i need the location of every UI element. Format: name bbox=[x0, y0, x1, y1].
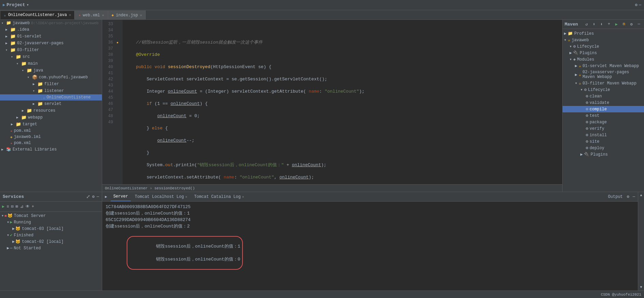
services-settings-icon[interactable]: ⚙ bbox=[92, 194, 95, 199]
svc-running-group[interactable]: ▾ ▶ Running bbox=[0, 219, 102, 225]
svc-toolbar-all[interactable]: ≡ bbox=[6, 204, 9, 209]
tree-src[interactable]: ▾ 📁 src bbox=[0, 53, 102, 60]
validate-gear-icon: ⚙ bbox=[586, 100, 588, 105]
tab-tomcat-localhost[interactable]: Tomcat Localhost Log ✕ bbox=[132, 192, 190, 201]
status-bar: CSDN @yuhuofei2021 bbox=[0, 291, 644, 298]
tree-resources-label: resources bbox=[33, 108, 56, 113]
tab-localhost-close[interactable]: ✕ bbox=[185, 195, 187, 199]
services-expand-icon[interactable]: ⤢ bbox=[86, 194, 90, 200]
tree-java[interactable]: ▾ 📁 java bbox=[0, 67, 102, 74]
tab-tomcat-catalina[interactable]: Tomcat Catalina Log ✕ bbox=[191, 192, 247, 201]
maven-01-servlet[interactable]: ▶ ☕ 01-servlet Maven Webapp bbox=[563, 63, 644, 69]
compile-gear-icon: ⚙ bbox=[586, 107, 588, 112]
maven-install[interactable]: ⚙ install bbox=[563, 132, 644, 138]
output-scrollbar[interactable]: ▲ ▼ bbox=[638, 192, 644, 291]
svc-toolbar-filter[interactable]: ⊿ bbox=[20, 204, 23, 209]
tree-resources[interactable]: ▶ 📁 resources bbox=[0, 107, 102, 114]
line-numbers: 33 34 35 36 37 38 39 40 41 42 43 44 45 4… bbox=[102, 20, 116, 184]
maven-plugins-03[interactable]: ▶ 🔌 Plugins bbox=[563, 151, 644, 158]
maven-compile[interactable]: ⚙ compile bbox=[563, 106, 644, 112]
maven-refresh-icon[interactable]: ↺ bbox=[583, 21, 590, 27]
maven-plugins[interactable]: ▶ 🔌 Plugins bbox=[563, 50, 644, 56]
folder-icon-webapp: 📁 bbox=[21, 115, 27, 120]
tree-filter[interactable]: ▶ 📁 filter bbox=[0, 81, 102, 88]
tab-web-xml[interactable]: ✦ web.xml ✕ bbox=[75, 11, 108, 19]
maven-m-icon[interactable]: m bbox=[621, 21, 627, 27]
maven-deploy[interactable]: ⚙ deploy bbox=[563, 145, 644, 151]
tab-catalina-close[interactable]: ✕ bbox=[242, 195, 244, 199]
maven-add-icon[interactable]: + bbox=[606, 21, 612, 27]
tab-close-2[interactable]: ✕ bbox=[140, 13, 142, 17]
var-onlinecount-40: onlineCount bbox=[157, 113, 187, 119]
svc-tomcat-03[interactable]: ▶ 🐱 tomcat-03 [local] bbox=[0, 225, 102, 232]
03-filter-icon: ☕ bbox=[579, 81, 581, 86]
tree-idea[interactable]: ▶ 📁 .idea bbox=[0, 26, 102, 33]
output-content[interactable]: 1C784AB00093B8B5A0D64FD27DF47125 创建ssess… bbox=[102, 202, 638, 291]
not-started-arrow: ▶ bbox=[7, 246, 9, 251]
maven-test[interactable]: ⚙ test bbox=[563, 112, 644, 119]
maven-site[interactable]: ⚙ site bbox=[563, 138, 644, 145]
maven-download2-icon[interactable]: ⬇ bbox=[598, 21, 604, 27]
tree-02-jsp[interactable]: ▶ 📁 02-javaserver-pages bbox=[0, 40, 102, 47]
tree-root[interactable]: ▾ 📁 javaweb D:\IDEA\person-project\javaw… bbox=[0, 20, 102, 26]
maven-verify[interactable]: ⚙ verify bbox=[563, 125, 644, 132]
svc-toolbar-eye[interactable]: 👁 bbox=[26, 204, 30, 209]
maven-03-filter[interactable]: ▾ ☕ 03-filter Maven Webapp bbox=[563, 80, 644, 87]
output-close-icon[interactable]: — bbox=[633, 194, 635, 199]
maven-clean[interactable]: ⚙ clean bbox=[563, 93, 644, 99]
svc-tomcat-02[interactable]: ▶ 🐱 tomcat-02 [local] bbox=[0, 238, 102, 245]
maven-minimize-icon[interactable]: — bbox=[636, 21, 642, 27]
scroll-down-icon[interactable]: ▼ bbox=[640, 285, 642, 289]
scroll-up-icon[interactable]: ▲ bbox=[640, 193, 642, 197]
tree-listener[interactable]: ▾ 📁 listener bbox=[0, 88, 102, 94]
tree-servlet[interactable]: ▶ 📁 servlet bbox=[0, 100, 102, 107]
output-play-icon[interactable]: ▶ bbox=[105, 194, 107, 199]
tab-close-0[interactable]: ✕ bbox=[69, 13, 71, 17]
tree-main[interactable]: ▾ 📁 main bbox=[0, 60, 102, 67]
tree-03-filter[interactable]: ▾ 📁 03-filter bbox=[0, 47, 102, 53]
maven-profiles[interactable]: ▶ 📁 Profiles bbox=[563, 30, 644, 37]
top-bar: ▶ Project ▾ ⚙ — bbox=[0, 0, 644, 10]
maven-download-icon[interactable]: ⬇ bbox=[591, 21, 597, 27]
maven-title: Maven bbox=[565, 22, 582, 27]
tree-01-servlet[interactable]: ▶ 📁 01-servlet bbox=[0, 33, 102, 40]
tree-webapp[interactable]: ▶ 📁 webapp bbox=[0, 114, 102, 121]
tab-close-1[interactable]: ✕ bbox=[102, 13, 104, 17]
code-area[interactable]: 33 34 35 36 37 38 39 40 41 42 43 44 45 4… bbox=[102, 20, 562, 184]
maven-deploy-label: deploy bbox=[590, 146, 604, 151]
svc-tomcat-server[interactable]: ▾ ■ 🐱 Tomcat Server bbox=[0, 213, 102, 219]
maven-run-icon[interactable]: ▶ bbox=[613, 21, 619, 27]
maven-package[interactable]: ⚙ package bbox=[563, 119, 644, 125]
tab-online-count-listener[interactable]: ☕ OnlineCountListener.java ✕ bbox=[0, 11, 75, 19]
maven-javaweb[interactable]: ▾ ☕ javaweb bbox=[563, 37, 644, 43]
code-lines[interactable]: //销毁session监听，一旦销毁session就会触发一次这个事件 @Ove… bbox=[123, 20, 562, 184]
tree-pom1[interactable]: ✦ pom.xml bbox=[0, 128, 102, 134]
tree-ext-libs[interactable]: ▶ 📚 External Libraries bbox=[0, 146, 102, 153]
svc-toolbar-collapse[interactable]: ⊟ bbox=[11, 204, 13, 209]
tree-pom2[interactable]: ✦ pom.xml bbox=[0, 140, 102, 146]
code-line-37: ServletContext servletContext = se.getSe… bbox=[125, 76, 560, 82]
tree-online-count-listener[interactable]: ☕ OnlineCountListene bbox=[0, 94, 102, 100]
services-close-icon[interactable]: — bbox=[97, 194, 99, 199]
maven-lifecycle-03[interactable]: ▾ ⚙ Lifecycle bbox=[563, 87, 644, 93]
tree-package[interactable]: ▾ 📦 com.yuhuofei.javaweb bbox=[0, 74, 102, 81]
svc-toolbar-grid[interactable]: ⊞ bbox=[16, 204, 18, 209]
maven-validate[interactable]: ⚙ validate bbox=[563, 99, 644, 106]
maven-02-jsp[interactable]: ▶ ☕ 02-javaserver-pages Maven Webapp bbox=[563, 69, 644, 80]
dropdown-arrow[interactable]: ▾ bbox=[27, 2, 29, 7]
folder-icon-03: 📁 bbox=[10, 47, 16, 53]
maven-modules[interactable]: ▾ ◈ Modules bbox=[563, 56, 644, 63]
tree-iml[interactable]: ◈ javaweb.iml bbox=[0, 134, 102, 140]
settings-icon[interactable]: ⚙ bbox=[635, 2, 638, 7]
tree-target[interactable]: ▶ 📁 target bbox=[0, 121, 102, 128]
svc-not-started[interactable]: ▶ — Not Started bbox=[0, 245, 102, 251]
svc-toolbar-play[interactable]: ▶ bbox=[2, 204, 4, 209]
minimize-icon[interactable]: — bbox=[639, 3, 641, 7]
maven-lifecycle-top[interactable]: ▾ ⚙ Lifecycle bbox=[563, 43, 644, 50]
svc-finished-group[interactable]: ▾ ✔ Finished bbox=[0, 232, 102, 238]
tab-server[interactable]: Server bbox=[111, 192, 131, 201]
tab-index-jsp[interactable]: ◆ index.jsp ✕ bbox=[108, 11, 146, 19]
output-settings-icon[interactable]: ⚙ bbox=[627, 194, 629, 199]
maven-settings-icon[interactable]: ⚙ bbox=[628, 21, 634, 27]
svc-toolbar-add[interactable]: + bbox=[32, 204, 34, 209]
